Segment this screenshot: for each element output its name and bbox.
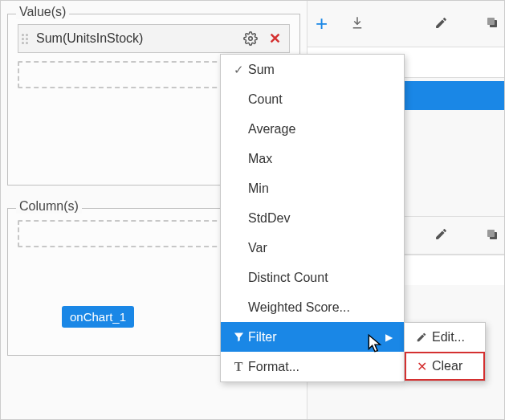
columns-section-label: Column(s) bbox=[16, 199, 82, 214]
menu-item-label: Filter bbox=[248, 330, 277, 345]
chart-pill[interactable]: onChart_1 bbox=[62, 306, 134, 328]
menu-item-label: Format... bbox=[248, 360, 299, 374]
close-icon: ✕ bbox=[413, 359, 430, 374]
svg-point-0 bbox=[249, 37, 253, 41]
menu-item-label: StdDev bbox=[248, 211, 290, 226]
menu-item-var[interactable]: Var bbox=[221, 233, 404, 263]
menu-item-label: Count bbox=[248, 92, 283, 107]
text-icon: T bbox=[229, 360, 248, 374]
menu-item-label: Max bbox=[248, 152, 272, 166]
pencil-icon[interactable] bbox=[434, 16, 448, 32]
value-chip-label: Sum(UnitsInStock) bbox=[36, 31, 242, 46]
svg-rect-2 bbox=[487, 18, 495, 25]
submenu-item-edit[interactable]: Edit... bbox=[405, 323, 485, 352]
drag-handle-icon[interactable] bbox=[22, 31, 31, 46]
menu-item-label: Sum bbox=[248, 63, 275, 77]
pencil-icon bbox=[413, 332, 430, 343]
menu-item-min[interactable]: Min bbox=[221, 173, 404, 203]
menu-item-label: Average bbox=[248, 122, 295, 137]
aggregate-menu: ✓ Sum Count Average Max Min StdDev Var D… bbox=[220, 54, 405, 382]
menu-item-count[interactable]: Count bbox=[221, 84, 404, 114]
filter-icon bbox=[229, 331, 248, 343]
menu-item-weighted-score[interactable]: Weighted Score... bbox=[221, 292, 404, 322]
pencil-icon-2[interactable] bbox=[434, 227, 448, 243]
toolbar-top: + bbox=[307, 1, 504, 47]
submenu-item-label: Clear bbox=[432, 359, 462, 373]
chevron-right-icon: ▶ bbox=[385, 332, 393, 343]
submenu-item-clear[interactable]: ✕ Clear bbox=[405, 352, 485, 381]
close-icon[interactable]: ✕ bbox=[267, 31, 283, 47]
plus-icon[interactable]: + bbox=[316, 11, 328, 36]
menu-item-average[interactable]: Average bbox=[221, 114, 404, 144]
menu-item-label: Weighted Score... bbox=[248, 300, 350, 315]
filter-submenu: Edit... ✕ Clear bbox=[404, 322, 486, 381]
menu-item-label: Min bbox=[248, 181, 269, 196]
menu-item-max[interactable]: Max bbox=[221, 144, 404, 173]
menu-item-sum[interactable]: ✓ Sum bbox=[221, 55, 404, 84]
values-section-label: Value(s) bbox=[16, 5, 69, 19]
menu-item-filter[interactable]: Filter ▶ bbox=[221, 322, 404, 352]
gear-icon[interactable] bbox=[242, 31, 259, 47]
submenu-item-label: Edit... bbox=[432, 330, 465, 345]
check-icon: ✓ bbox=[229, 63, 248, 77]
copy-icon-2[interactable] bbox=[485, 227, 499, 244]
menu-item-label: Distinct Count bbox=[248, 271, 328, 285]
menu-item-stddev[interactable]: StdDev bbox=[221, 203, 404, 233]
menu-item-label: Var bbox=[248, 241, 267, 255]
value-chip[interactable]: Sum(UnitsInStock) ✕ bbox=[18, 24, 290, 53]
import-icon[interactable] bbox=[350, 15, 364, 32]
copy-icon[interactable] bbox=[485, 15, 499, 32]
menu-item-distinct-count[interactable]: Distinct Count bbox=[221, 263, 404, 292]
svg-rect-4 bbox=[487, 230, 495, 237]
menu-item-format[interactable]: T Format... bbox=[221, 352, 404, 381]
